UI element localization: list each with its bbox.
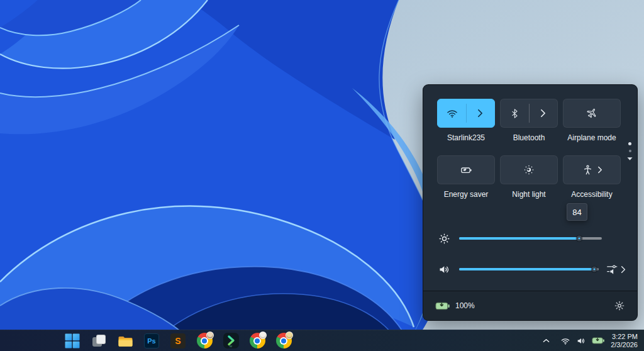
- volume-slider-thumb[interactable]: [592, 267, 597, 272]
- taskbar-apps: Ps S w: [64, 330, 292, 351]
- airplane-mode-label: Airplane mode: [567, 133, 616, 142]
- bluetooth-label: Bluetooth: [513, 133, 545, 142]
- taskbar: Ps S w: [0, 330, 644, 351]
- start-icon: [65, 333, 80, 348]
- volume-row: [436, 261, 626, 277]
- system-tray: 3:22 PM 2/3/2026: [543, 330, 638, 351]
- filmora-icon: w: [223, 333, 239, 348]
- brightness-value-tooltip: 84: [567, 203, 587, 221]
- chevron-down-icon[interactable]: [627, 157, 633, 161]
- volume-slider-fill: [459, 268, 594, 270]
- chrome-icon: [276, 333, 292, 348]
- page-indicator: [627, 142, 633, 161]
- chrome-icon: [250, 333, 265, 348]
- tray-time: 3:22 PM: [611, 333, 638, 341]
- battery-status[interactable]: 100%: [435, 301, 475, 311]
- battery-percent-label: 100%: [455, 301, 475, 310]
- audio-output-selector[interactable]: [606, 263, 626, 276]
- quick-settings-panel: Starlink235 Bluetooth: [423, 84, 638, 321]
- quick-toggle-night-light[interactable]: [500, 155, 558, 184]
- quick-toggle-energy-saver[interactable]: [437, 155, 495, 184]
- photoshop-icon: Ps: [144, 333, 159, 348]
- sublime-text-icon: S: [170, 333, 186, 348]
- tray-wifi-icon[interactable]: [560, 336, 570, 346]
- bluetooth-details-chevron-right-icon[interactable]: [529, 99, 557, 127]
- profile-avatar: [286, 332, 293, 339]
- brightness-slider-fill: [459, 237, 579, 240]
- page-dot-icon[interactable]: [629, 150, 631, 152]
- bluetooth-icon: [501, 99, 529, 127]
- chrome-profile-3-button[interactable]: [275, 333, 292, 349]
- audio-output-chevron-right-icon: [621, 265, 626, 274]
- brightness-slider[interactable]: [459, 237, 602, 240]
- volume-icon: [436, 263, 452, 276]
- brightness-slider-thumb[interactable]: [576, 236, 582, 242]
- accessibility-label: Accessibility: [571, 190, 612, 199]
- file-explorer-button[interactable]: [117, 333, 133, 349]
- profile-avatar: [259, 332, 267, 339]
- show-hidden-icons-button[interactable]: [543, 338, 550, 343]
- tray-battery-charging-icon[interactable]: [592, 337, 605, 345]
- chrome-profile-1-button[interactable]: [196, 333, 213, 349]
- profile-avatar: [206, 332, 214, 339]
- tray-volume-icon[interactable]: [576, 336, 586, 346]
- start-button[interactable]: [64, 333, 80, 349]
- chrome-icon: [197, 333, 213, 348]
- brightness-row: [436, 230, 602, 247]
- airplane-icon: [586, 107, 598, 120]
- quick-settings-grid: Starlink235 Bluetooth: [437, 99, 621, 199]
- page-dot-icon[interactable]: [628, 142, 631, 145]
- tile-divider: [466, 104, 467, 123]
- volume-slider[interactable]: [459, 268, 599, 270]
- brightness-icon: [436, 232, 452, 245]
- filmora-button[interactable]: w: [223, 333, 239, 349]
- tile-divider: [529, 104, 530, 123]
- file-explorer-icon: [118, 334, 133, 348]
- accessibility-icon: [582, 164, 594, 176]
- chevron-up-icon: [543, 338, 550, 343]
- battery-charging-icon: [435, 301, 450, 311]
- settings-gear-icon[interactable]: [614, 300, 625, 311]
- audio-output-icon: [606, 263, 618, 276]
- quick-toggle-airplane-mode[interactable]: [563, 99, 621, 128]
- photoshop-button[interactable]: Ps: [143, 333, 160, 349]
- energy-saver-label: Energy saver: [444, 190, 489, 199]
- quick-toggle-bluetooth[interactable]: [500, 99, 558, 128]
- quick-toggle-wifi[interactable]: [437, 99, 495, 128]
- quick-settings-footer: 100%: [423, 291, 637, 320]
- wifi-details-chevron-right-icon[interactable]: [466, 99, 494, 127]
- sublime-text-button[interactable]: S: [170, 333, 186, 349]
- night-light-label: Night light: [512, 190, 545, 199]
- quick-toggle-accessibility[interactable]: [563, 155, 621, 184]
- night-light-icon: [523, 164, 535, 176]
- wifi-network-label: Starlink235: [447, 133, 485, 142]
- desktop: Starlink235 Bluetooth: [0, 0, 644, 351]
- energy-saver-icon: [460, 164, 473, 177]
- clock[interactable]: 3:22 PM 2/3/2026: [611, 333, 638, 349]
- tray-date: 2/3/2026: [611, 341, 638, 349]
- accessibility-chevron-right-icon[interactable]: [597, 166, 602, 174]
- wifi-icon: [438, 99, 466, 127]
- task-view-button[interactable]: [91, 333, 107, 349]
- chrome-profile-2-button[interactable]: [249, 333, 265, 349]
